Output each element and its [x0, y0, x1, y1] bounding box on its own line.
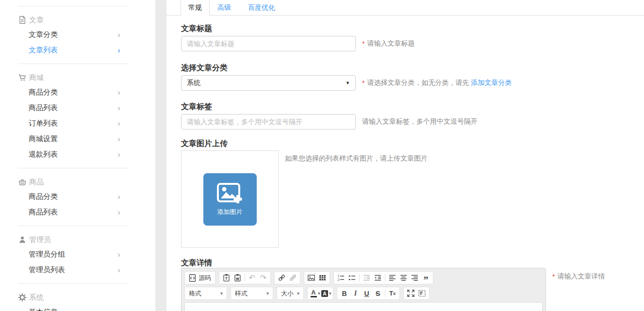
sidebar-item-admin-group[interactable]: 管理员分组 ›: [0, 246, 155, 262]
chevron-right-icon: ›: [117, 31, 120, 39]
toolbar-separator: [245, 274, 245, 281]
chevron-right-icon: ›: [117, 193, 120, 201]
document-icon: [18, 16, 27, 24]
article-tags-input[interactable]: [181, 114, 356, 130]
bg-color-icon: A: [321, 290, 328, 297]
show-blocks-button[interactable]: [416, 288, 428, 299]
divider: [18, 168, 129, 168]
undo-button[interactable]: ↶: [247, 272, 258, 283]
sidebar-item-article-category[interactable]: 文章分类 ›: [0, 27, 155, 42]
blockquote-button[interactable]: ”: [420, 270, 431, 285]
combo-arrow-icon: ▾: [220, 291, 223, 296]
combo-arrow-icon: ▾: [266, 291, 269, 296]
toolbar-separator: [385, 274, 385, 281]
basket-icon: [18, 178, 27, 186]
increase-indent-button[interactable]: [372, 272, 383, 283]
section-label: 商品: [29, 178, 44, 187]
sidebar-section-product: 商品: [0, 175, 155, 189]
page: 文章 文章分类 › 文章列表 › 商城 商品分类 › 商品列表: [0, 0, 644, 311]
numbered-list-button[interactable]: 1 2: [335, 272, 347, 283]
sidebar: 文章 文章分类 › 文章列表 › 商城 商品分类 › 商品列表: [0, 0, 155, 311]
paste-word-button[interactable]: [232, 272, 243, 283]
sidebar-item-refund-list[interactable]: 退款列表 ›: [0, 147, 155, 162]
divider: [18, 6, 129, 6]
article-category-hint: * 请选择文章分类，如无分类，请先 添加文章分类: [362, 79, 512, 87]
article-title-input[interactable]: [181, 36, 356, 51]
chevron-right-icon: ›: [117, 250, 120, 259]
size-combo[interactable]: 大小 ▾: [277, 287, 304, 300]
text-color-icon: A: [311, 289, 317, 297]
sidebar-item-basic-info[interactable]: 基本信息 ›: [0, 304, 155, 311]
text-color-button[interactable]: A: [309, 288, 318, 299]
sidebar-item-article-list[interactable]: 文章列表 ›: [0, 42, 155, 58]
italic-button[interactable]: I: [350, 288, 361, 299]
tab-baidu-seo[interactable]: 百度优化: [248, 0, 275, 15]
add-image-icon: [216, 182, 244, 206]
article-detail-label: 文章详情: [181, 259, 644, 267]
divider: [18, 64, 129, 64]
paste-text-button[interactable]: [221, 272, 232, 283]
article-tags-hint: 请输入文章标签，多个用中文逗号隔开: [362, 117, 478, 126]
chevron-right-icon: ›: [117, 208, 120, 216]
sidebar-item-product-category[interactable]: 商品分类 ›: [0, 189, 155, 204]
editor-toolbar-row-1: 源码: [184, 271, 543, 284]
bulleted-list-button[interactable]: [347, 272, 358, 283]
source-code-button[interactable]: 源码: [186, 272, 214, 283]
maximize-button[interactable]: [405, 288, 416, 299]
align-left-button[interactable]: [387, 272, 398, 283]
divider: [18, 226, 129, 226]
sidebar-item-admin-list[interactable]: 管理员列表 ›: [0, 262, 155, 278]
add-category-link[interactable]: 添加文章分类: [471, 79, 512, 87]
required-asterisk: *: [362, 40, 364, 48]
sidebar-section-mall: 商城: [0, 71, 155, 84]
insert-image-button[interactable]: [306, 272, 317, 283]
main-content: 常规 高级 百度优化 文章标题 * 请输入文章标题 选择文章分类 系统 ▼: [166, 0, 644, 311]
strikethrough-button[interactable]: S: [372, 288, 383, 299]
article-category-select[interactable]: 系统 ▼: [181, 75, 356, 91]
chevron-right-icon: ›: [117, 266, 120, 274]
chevron-right-icon: ›: [117, 308, 120, 311]
article-image-hint: 如果您选择的列表样式有图片，请上传文章图片: [285, 154, 428, 163]
bg-color-button[interactable]: A: [320, 288, 329, 299]
style-combo[interactable]: 样式 ▾: [231, 287, 273, 300]
tab-general[interactable]: 常规: [181, 0, 210, 16]
tab-bar: 常规 高级 百度优化: [166, 0, 644, 16]
user-icon: [18, 235, 27, 244]
insert-table-button[interactable]: [317, 272, 328, 283]
sidebar-item-mall-settings[interactable]: 商城设置 ›: [0, 131, 155, 147]
article-category-label: 选择文章分类: [181, 64, 644, 72]
align-right-button[interactable]: [409, 272, 420, 283]
select-arrow-icon: ▼: [346, 81, 350, 85]
gear-icon: [18, 293, 27, 302]
link-button[interactable]: [276, 272, 287, 283]
sidebar-item-goods-category[interactable]: 商品分类 ›: [0, 84, 155, 100]
chevron-right-icon: ›: [117, 135, 120, 143]
bold-button[interactable]: B: [339, 288, 350, 299]
underline-button[interactable]: U: [361, 288, 372, 299]
chevron-right-icon: ›: [117, 104, 120, 112]
sidebar-item-product-list[interactable]: 商品列表 ›: [0, 204, 155, 220]
combo-arrow-icon: ▾: [329, 291, 331, 296]
cart-icon: [18, 73, 27, 82]
sidebar-item-goods-list[interactable]: 商品列表 ›: [0, 100, 155, 115]
svg-text:2: 2: [338, 278, 340, 281]
toolbar-separator: [359, 274, 360, 281]
chevron-right-icon: ›: [117, 150, 120, 159]
decrease-indent-button[interactable]: [361, 272, 372, 283]
svg-text:1: 1: [338, 274, 340, 278]
sidebar-item-order-list[interactable]: 订单列表 ›: [0, 115, 155, 131]
unlink-button[interactable]: [287, 272, 298, 283]
sidebar-section-admin: 管理员: [0, 233, 155, 246]
format-combo[interactable]: 格式 ▾: [184, 287, 227, 300]
sidebar-section-system: 系统: [0, 291, 155, 304]
toolbar-separator: [385, 290, 385, 297]
image-upload-dropzone[interactable]: 添加图片: [181, 150, 279, 248]
editor-content-area[interactable]: [184, 302, 543, 311]
article-image-label: 文章图片上传: [181, 140, 644, 147]
required-asterisk: *: [552, 273, 555, 280]
redo-button[interactable]: ↷: [258, 272, 269, 283]
align-center-button[interactable]: [398, 272, 409, 283]
tab-advanced[interactable]: 高级: [217, 0, 231, 15]
remove-format-button[interactable]: Tx: [387, 288, 398, 299]
add-image-button[interactable]: 添加图片: [203, 173, 257, 226]
